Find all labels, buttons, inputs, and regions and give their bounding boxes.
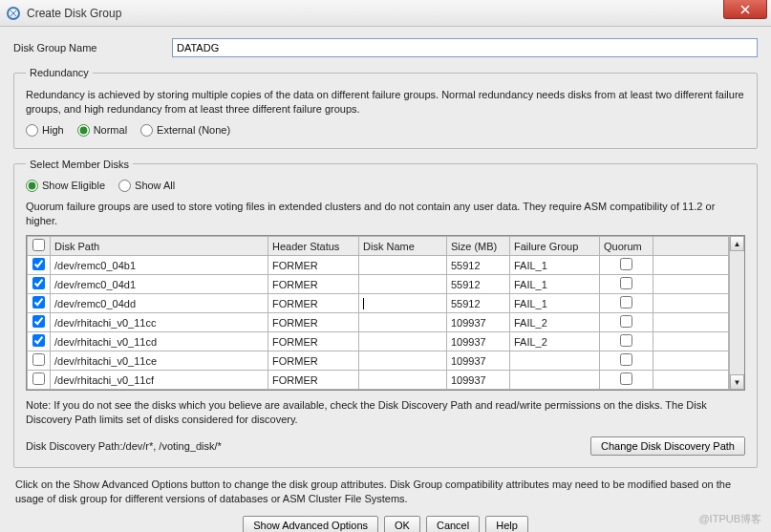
cell-path: /dev/rhitachi_v0_11cd (51, 332, 268, 351)
cancel-button[interactable]: Cancel (426, 516, 480, 532)
vertical-scrollbar[interactable]: ▲ ▼ (729, 236, 744, 390)
header-checkbox[interactable] (28, 237, 51, 256)
table-row[interactable]: /dev/remc0_04b1FORMER55912FAIL_1 (28, 256, 729, 275)
header-status[interactable]: Header Status (268, 237, 359, 256)
cell-failuregroup[interactable] (510, 371, 600, 390)
cell-diskname[interactable] (359, 351, 447, 371)
row-checkbox[interactable] (28, 275, 51, 294)
cell-quorum[interactable] (600, 332, 653, 351)
cell-quorum[interactable] (600, 256, 653, 275)
cell-failuregroup[interactable]: FAIL_2 (510, 332, 600, 351)
cell-quorum[interactable] (600, 275, 653, 294)
table-row[interactable]: /dev/remc0_04ddFORMER55912FAIL_1 (28, 294, 729, 313)
show-all[interactable]: Show All (118, 180, 175, 192)
row-checkbox[interactable] (28, 371, 51, 390)
cell-size: 109937 (447, 313, 510, 332)
header-quorum[interactable]: Quorum (600, 237, 653, 256)
table-row[interactable]: /dev/rhitachi_v0_11ceFORMER109937 (28, 351, 729, 371)
cell-status: FORMER (268, 313, 359, 332)
cell-quorum[interactable] (600, 371, 653, 390)
cell-path: /dev/remc0_04dd (51, 294, 268, 313)
cell-blank (653, 294, 729, 313)
row-checkbox[interactable] (28, 332, 51, 351)
ok-button[interactable]: OK (384, 516, 420, 532)
header-size[interactable]: Size (MB) (447, 237, 510, 256)
window-title: Create Disk Group (27, 7, 121, 20)
header-failuregroup[interactable]: Failure Group (510, 237, 600, 256)
close-button[interactable] (723, 0, 767, 19)
show-options: Show Eligible Show All (26, 180, 745, 192)
cell-path: /dev/rhitachi_v0_11cf (51, 371, 268, 390)
cell-size: 55912 (447, 294, 510, 313)
cell-diskname[interactable] (359, 275, 447, 294)
row-checkbox[interactable] (28, 351, 51, 371)
discovery-note: Note: If you do not see the disks which … (26, 398, 745, 427)
titlebar: Create Disk Group (0, 0, 771, 27)
cell-diskname[interactable] (359, 371, 447, 390)
row-checkbox[interactable] (28, 294, 51, 313)
cell-diskname[interactable] (359, 294, 447, 313)
select-legend: Select Member Disks (26, 159, 133, 170)
show-eligible[interactable]: Show Eligible (26, 180, 105, 192)
quorum-desc: Quorum failure groups are used to store … (26, 200, 745, 228)
show-advanced-button[interactable]: Show Advanced Options (243, 516, 378, 532)
disk-group-name-row: Disk Group Name (13, 38, 758, 57)
cell-failuregroup[interactable] (510, 351, 600, 371)
cell-status: FORMER (268, 256, 359, 275)
cell-blank (653, 351, 729, 371)
select-member-disks-group: Select Member Disks Show Eligible Show A… (13, 159, 758, 468)
table-row[interactable]: /dev/rhitachi_v0_11cfFORMER109937 (28, 371, 729, 390)
redundancy-legend: Redundancy (26, 67, 93, 78)
watermark: @ITPUB博客 (698, 512, 761, 526)
cell-status: FORMER (268, 351, 359, 371)
cell-failuregroup[interactable]: FAIL_1 (510, 256, 600, 275)
redundancy-high[interactable]: High (26, 124, 64, 137)
table-row[interactable]: /dev/rhitachi_v0_11cdFORMER109937FAIL_2 (28, 332, 729, 351)
cell-size: 55912 (447, 275, 510, 294)
disk-group-name-label: Disk Group Name (13, 42, 172, 53)
header-path[interactable]: Disk Path (51, 237, 268, 256)
cell-size: 109937 (447, 371, 510, 390)
cell-quorum[interactable] (600, 294, 653, 313)
cell-size: 55912 (447, 256, 510, 275)
row-checkbox[interactable] (28, 256, 51, 275)
cell-size: 109937 (447, 351, 510, 371)
cell-diskname[interactable] (359, 332, 447, 351)
cell-failuregroup[interactable]: FAIL_1 (510, 275, 600, 294)
table-header-row: Disk Path Header Status Disk Name Size (… (28, 237, 729, 256)
table-row[interactable]: /dev/rhitachi_v0_11ccFORMER109937FAIL_2 (28, 313, 729, 332)
help-button[interactable]: Help (485, 516, 528, 532)
cell-status: FORMER (268, 332, 359, 351)
cell-path: /dev/rhitachi_v0_11ce (51, 351, 268, 371)
cell-path: /dev/remc0_04d1 (51, 275, 268, 294)
redundancy-external[interactable]: External (None) (140, 124, 230, 137)
cell-blank (653, 371, 729, 390)
cell-status: FORMER (268, 275, 359, 294)
scroll-up-button[interactable]: ▲ (730, 236, 744, 251)
redundancy-options: High Normal External (None) (26, 124, 745, 137)
cell-blank (653, 313, 729, 332)
redundancy-desc: Redundancy is achieved by storing multip… (26, 88, 745, 117)
cell-quorum[interactable] (600, 313, 653, 332)
bottom-buttons: Show Advanced Options OK Cancel Help (13, 516, 758, 532)
scroll-down-button[interactable]: ▼ (730, 374, 744, 390)
app-icon (6, 6, 21, 21)
cell-failuregroup[interactable]: FAIL_2 (510, 313, 600, 332)
cell-quorum[interactable] (600, 351, 653, 371)
header-diskname[interactable]: Disk Name (359, 237, 447, 256)
footer-text: Click on the Show Advanced Options butto… (15, 478, 756, 506)
disk-group-name-input[interactable] (172, 38, 758, 57)
cell-failuregroup[interactable]: FAIL_1 (510, 294, 600, 313)
redundancy-normal[interactable]: Normal (77, 124, 127, 137)
change-discovery-path-button[interactable]: Change Disk Discovery Path (590, 436, 745, 456)
cell-blank (653, 256, 729, 275)
table-row[interactable]: /dev/remc0_04d1FORMER55912FAIL_1 (28, 275, 729, 294)
client-area: Disk Group Name Redundancy Redundancy is… (0, 27, 771, 532)
disk-table-wrap: Disk Path Header Status Disk Name Size (… (26, 235, 745, 391)
cell-diskname[interactable] (359, 313, 447, 332)
redundancy-group: Redundancy Redundancy is achieved by sto… (13, 67, 758, 149)
close-icon (740, 5, 750, 14)
cell-blank (653, 332, 729, 351)
cell-diskname[interactable] (359, 256, 447, 275)
row-checkbox[interactable] (28, 313, 51, 332)
